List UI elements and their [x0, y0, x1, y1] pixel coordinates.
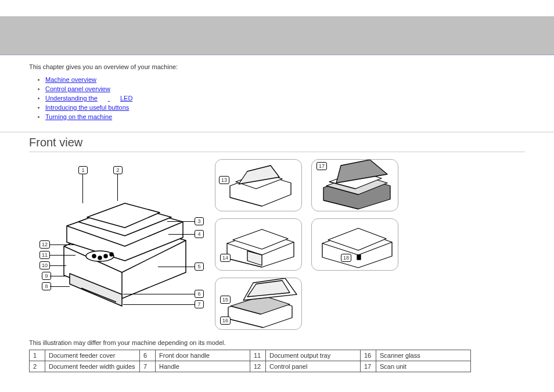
printer-illustration: [29, 159, 203, 328]
table-row: 2 Document feeder width guides 7 Handle …: [30, 361, 471, 372]
part-num: 11: [250, 350, 266, 361]
svg-point-7: [98, 256, 102, 260]
part-num: 12: [250, 361, 266, 372]
part-label: Handle: [156, 361, 250, 372]
callout-12: 12: [39, 240, 50, 249]
detail-view-17: 17: [311, 159, 398, 211]
subheading-rule: [29, 152, 525, 152]
detail-view-14: 14: [215, 218, 302, 271]
detail-view-15-16: 15 16: [215, 278, 302, 330]
svg-point-6: [92, 254, 96, 258]
callout-16: 16: [220, 317, 231, 325]
part-num: 7: [140, 361, 156, 372]
part-num: 16: [361, 350, 376, 361]
detail-view-18: 18: [311, 218, 398, 271]
header-bar: [0, 16, 554, 55]
callout-18: 18: [341, 254, 351, 262]
part-label: Document output tray: [266, 350, 361, 361]
parts-table: 1 Document feeder cover 6 Front door han…: [29, 350, 471, 372]
callout-5: 5: [195, 262, 204, 271]
part-num: 6: [140, 350, 156, 361]
svg-point-8: [104, 254, 107, 258]
table-of-contents: Machine overview Control panel overview …: [29, 76, 525, 120]
part-label: Scanner glass: [376, 350, 471, 361]
toc-link-understanding-led[interactable]: Understanding the LED: [45, 95, 132, 102]
callout-17: 17: [316, 162, 327, 170]
callout-1: 1: [78, 166, 88, 174]
callout-3: 3: [195, 217, 204, 225]
callout-11: 11: [39, 251, 50, 259]
toc-link-useful-buttons[interactable]: Introducing the useful buttons: [45, 104, 129, 111]
printer-front-view-diagram: 1 2 3 4 5 6 7 12 11 10 9 8: [29, 159, 203, 328]
subheading-front-view: Front view: [29, 136, 525, 149]
table-row: 1 Document feeder cover 6 Front door han…: [30, 350, 471, 361]
part-label: Document feeder cover: [45, 350, 140, 361]
svg-rect-24: [357, 255, 361, 260]
toc-link-control-panel[interactable]: Control panel overview: [45, 85, 110, 92]
callout-7: 7: [195, 300, 204, 308]
part-label: Scan unit: [376, 361, 471, 372]
svg-point-9: [110, 253, 113, 256]
callout-13: 13: [219, 176, 229, 184]
illustration-note: This illustration may differ from your m…: [0, 339, 554, 346]
part-num: 2: [30, 361, 45, 372]
toc-link-machine-overview[interactable]: Machine overview: [45, 76, 96, 83]
part-label: Front door handle: [156, 350, 250, 361]
callout-4: 4: [195, 230, 204, 238]
detail-views-grid: 13 17 14: [215, 159, 398, 330]
section-divider: [0, 132, 554, 132]
callout-10: 10: [39, 261, 50, 269]
part-label: Document feeder width guides: [45, 361, 140, 372]
part-num: 17: [361, 361, 376, 372]
figure-area: 1 2 3 4 5 6 7 12 11 10 9 8: [29, 159, 525, 330]
part-num: 1: [30, 350, 45, 361]
callout-14: 14: [220, 254, 231, 262]
callout-15: 15: [220, 296, 231, 304]
callout-2: 2: [113, 166, 123, 174]
intro-text: This chapter gives you an overview of yo…: [29, 63, 525, 70]
toc-link-turning-on[interactable]: Turning on the machine: [45, 113, 112, 120]
part-label: Control panel: [266, 361, 361, 372]
detail-view-13: 13: [215, 159, 302, 211]
callout-6: 6: [195, 290, 204, 298]
